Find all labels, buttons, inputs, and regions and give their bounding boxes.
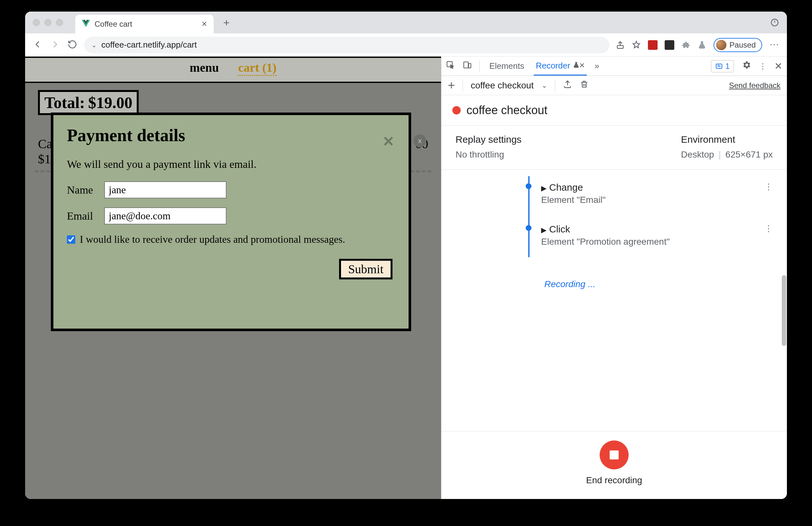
email-row: Email — [67, 207, 395, 224]
environment-heading: Environment — [681, 134, 773, 145]
new-recording-button[interactable]: + — [448, 78, 455, 92]
delete-icon[interactable] — [580, 80, 589, 91]
zoom-window-button[interactable] — [56, 19, 63, 26]
tab-overview-icon[interactable] — [770, 18, 779, 27]
scrollbar-thumb[interactable] — [782, 275, 786, 346]
step-subtitle: Element "Email" — [541, 195, 606, 205]
email-input[interactable] — [104, 207, 227, 224]
env-device: Desktop — [681, 150, 714, 160]
close-devtools-icon[interactable]: ✕ — [774, 60, 782, 72]
step-subtitle: Element "Promotion agreement" — [541, 237, 670, 247]
name-label: Name — [67, 184, 98, 196]
back-button[interactable] — [32, 40, 43, 50]
avatar — [716, 40, 726, 50]
tab-elements[interactable]: Elements — [488, 57, 526, 76]
send-feedback-link[interactable]: Send feedback — [729, 81, 781, 90]
issues-count: 1 — [725, 62, 730, 71]
browser-window: Coffee cart ✕ + ⌄ coffee-cart.netlify.ap… — [25, 12, 787, 499]
step-menu-icon[interactable]: ⋮ — [764, 224, 773, 234]
issues-chip[interactable]: 1 — [711, 60, 734, 72]
profile-status: Paused — [730, 41, 756, 49]
content-area: menu cart (1) Total: $19.00 Ca $1 00 x — [25, 57, 787, 499]
export-icon[interactable] — [563, 80, 572, 91]
replay-throttling-value[interactable]: No throttling — [455, 150, 522, 160]
stop-icon — [610, 450, 619, 460]
step-click[interactable]: ▶Click Element "Promotion agreement" ⋮ — [525, 218, 773, 260]
extension-icon-1[interactable] — [648, 40, 657, 50]
site-info-icon[interactable]: ⌄ — [91, 41, 97, 49]
step-bullet-icon — [526, 225, 532, 231]
extension-icon-2[interactable] — [665, 40, 674, 50]
name-row: Name — [67, 181, 395, 198]
browser-toolbar: ⌄ coffee-cart.netlify.app/cart Paused ⋮ — [25, 33, 787, 57]
address-bar[interactable]: ⌄ coffee-cart.netlify.app/cart — [84, 37, 609, 54]
page-viewport: menu cart (1) Total: $19.00 Ca $1 00 x — [25, 57, 441, 499]
step-menu-icon[interactable]: ⋮ — [764, 182, 773, 192]
expand-icon[interactable]: ▶ — [541, 184, 547, 192]
page-nav: menu cart (1) — [25, 57, 441, 82]
labs-flask-icon[interactable] — [697, 41, 707, 49]
url-text: coffee-cart.netlify.app/cart — [101, 40, 197, 50]
close-recorder-tab-icon[interactable]: ✕ — [579, 61, 585, 70]
close-window-button[interactable] — [33, 19, 40, 26]
profile-chip[interactable]: Paused — [713, 38, 762, 52]
recorder-footer: End recording — [441, 431, 787, 499]
submit-button[interactable]: Submit — [339, 259, 392, 280]
browser-tab[interactable]: Coffee cart ✕ — [75, 15, 214, 33]
new-tab-button[interactable]: + — [223, 16, 230, 29]
more-tabs-icon[interactable]: » — [595, 61, 599, 71]
promo-label: I would like to receive order updates an… — [80, 234, 345, 245]
close-tab-icon[interactable]: ✕ — [201, 20, 207, 28]
browser-menu-icon[interactable]: ⋮ — [769, 40, 780, 50]
email-label: Email — [67, 210, 98, 222]
devtools-menu-icon[interactable]: ⋮ — [759, 62, 767, 71]
step-bullet-icon — [526, 183, 532, 189]
forward-button[interactable] — [49, 40, 60, 50]
modal-subtitle: We will send you a payment link via emai… — [67, 158, 395, 170]
recorder-settings-row: Replay settings No throttling Environmen… — [441, 126, 787, 169]
extensions-puzzle-icon[interactable] — [681, 41, 691, 49]
cart-item-name: Ca $1 — [38, 136, 52, 167]
modal-title: Payment details — [67, 125, 395, 145]
promo-row: I would like to receive order updates an… — [67, 234, 395, 245]
recording-select[interactable]: coffee checkout — [471, 80, 534, 91]
window-controls — [33, 19, 63, 26]
nav-cart-link[interactable]: cart (1) — [238, 60, 276, 76]
device-toolbar-icon[interactable] — [463, 60, 472, 72]
total-box[interactable]: Total: $19.00 — [38, 90, 139, 115]
remove-item-button[interactable]: x — [414, 134, 426, 147]
total-value: $19.00 — [88, 93, 132, 112]
end-recording-button[interactable] — [600, 440, 629, 469]
devtools-tabbar: Elements Recorder ✕ » 1 ⋮ — [441, 57, 787, 76]
tab-recorder[interactable]: Recorder ✕ — [534, 57, 587, 76]
share-icon[interactable] — [616, 41, 625, 49]
recording-title: coffee checkout — [466, 104, 548, 117]
env-dimensions: 625×671 px — [725, 150, 773, 160]
recorder-toolbar: + coffee checkout ⌄ Send feedback — [441, 76, 787, 95]
chevron-down-icon[interactable]: ⌄ — [541, 81, 547, 90]
modal-close-icon[interactable]: ✕ — [382, 133, 394, 150]
minimize-window-button[interactable] — [44, 19, 52, 26]
bookmark-icon[interactable] — [632, 41, 641, 49]
vue-icon — [82, 19, 90, 29]
devtools-settings-icon[interactable] — [741, 60, 751, 72]
recorder-steps: ▶Change Element "Email" ⋮ ▶Click Element… — [441, 170, 787, 431]
expand-icon[interactable]: ▶ — [541, 226, 547, 234]
recording-status: Recording ... — [544, 279, 773, 289]
recording-title-row: coffee checkout — [441, 95, 787, 125]
nav-menu-link[interactable]: menu — [190, 60, 219, 76]
flask-icon — [572, 61, 580, 71]
name-input[interactable] — [104, 181, 227, 198]
inspect-element-icon[interactable] — [446, 60, 455, 72]
end-recording-label: End recording — [586, 475, 642, 485]
tab-title: Coffee cart — [95, 20, 197, 29]
svg-rect-4 — [469, 63, 471, 68]
promo-checkbox[interactable] — [67, 235, 75, 244]
total-label: Total: — [44, 93, 85, 112]
tab-strip: Coffee cart ✕ + — [25, 12, 787, 33]
reload-button[interactable] — [67, 40, 78, 50]
payment-modal: Payment details ✕ We will send you a pay… — [51, 112, 411, 331]
svg-rect-3 — [464, 62, 468, 68]
devtools-panel: Elements Recorder ✕ » 1 ⋮ — [441, 57, 787, 499]
step-change[interactable]: ▶Change Element "Email" ⋮ — [525, 176, 773, 218]
